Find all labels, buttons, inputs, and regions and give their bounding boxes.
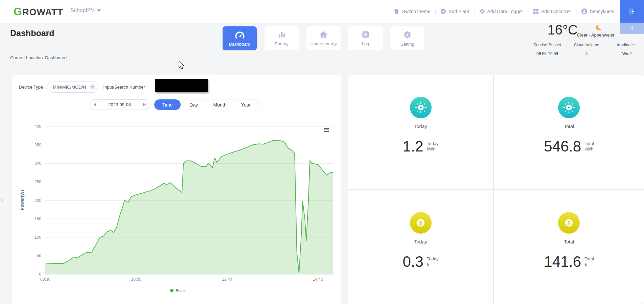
logout-icon (628, 8, 636, 15)
svg-text:250: 250 (34, 180, 41, 184)
weather-stat-sunrise: Sunrise-Sunset 06:55-19:59 (528, 43, 567, 56)
separator: | (527, 9, 529, 14)
add-data-logger-button[interactable]: Add Data Logger (479, 8, 523, 14)
weather-stat-value: 06:55-19:59 (528, 51, 567, 56)
range-tab-group: Time Day Month Year (154, 99, 259, 110)
card-value: 0.3 Today€ (403, 253, 439, 270)
range-tab-month[interactable]: Month (207, 99, 233, 110)
weather-condition: Clear · Appenweier (577, 32, 622, 38)
weather-stats: Sunrise-Sunset 06:55-19:59 Cloud Volume … (528, 43, 644, 56)
home-icon (319, 30, 328, 39)
svg-text:200: 200 (34, 198, 41, 203)
card-label: Today (414, 124, 427, 129)
nav-tab-log[interactable]: Log (348, 26, 383, 50)
separator: | (435, 9, 436, 14)
device-type-value: MIN/MIC/MOD/N (53, 85, 86, 90)
chevrons-down-icon (629, 26, 635, 31)
date-controls: 2023-09-08 Time Day Month Year (89, 99, 259, 110)
card-number: 141.6 (544, 253, 581, 270)
svg-text:350: 350 (34, 143, 41, 147)
chevron-down-icon (89, 84, 95, 90)
weather-stat-cloud: Cloud Volume 4 (567, 43, 606, 56)
main-nav: Dashboard Energy Home energy Log Setting (223, 26, 424, 50)
plant-selector[interactable]: SchopfPV (70, 7, 101, 14)
sidebar-collapse-handle[interactable]: › (1, 196, 3, 205)
device-filter-row: Device Type MIN/MIC/MOD/N Input/Search N… (19, 81, 145, 93)
nav-tab-energy[interactable]: Energy (264, 26, 299, 50)
gear-icon (403, 30, 412, 39)
today-energy-card: Today 1.2 TodaykWh (348, 75, 493, 189)
weather-stat-irradiance: Irradiance --W/m² (606, 43, 644, 56)
weather-stat-value: 4 (567, 51, 606, 56)
weather-stat-label: Irradiance (606, 43, 644, 47)
card-label: Today (414, 239, 427, 244)
logo-letter-g: G (14, 5, 22, 18)
switch-theme-button[interactable]: Switch theme (393, 8, 430, 15)
search-number-input-redacted[interactable] (155, 79, 208, 92)
revenue-icon: $ (410, 212, 432, 234)
add-optimizer-label: Add Optimizer (541, 9, 571, 14)
revenue-icon: $ (558, 212, 580, 234)
svg-text:0: 0 (39, 272, 41, 277)
card-unit: Today€ (427, 256, 439, 267)
date-value[interactable]: 2023-09-08 (108, 102, 131, 107)
user-menu[interactable]: bennykuehl (581, 8, 614, 15)
card-label: Total (564, 239, 574, 244)
date-picker: 2023-09-08 (89, 99, 151, 110)
nav-tab-label: Setting (400, 42, 414, 47)
add-optimizer-button[interactable]: Add Optimizer (533, 8, 571, 14)
total-revenue-card: $ Total 141.6 Total€ (494, 190, 644, 304)
svg-text:12:40: 12:40 (222, 277, 232, 282)
card-unit: TotalkWh (584, 141, 594, 152)
svg-text:300: 300 (34, 161, 41, 166)
shirt-icon (393, 8, 399, 15)
mouse-cursor (178, 61, 184, 70)
solar-energy-icon (410, 97, 432, 118)
weather-stat-value: --W/m² (606, 51, 644, 56)
svg-text:$: $ (419, 220, 422, 227)
energy-stats-panel: Today 1.2 TodaykWh Total 546.8 TotalkWh … (348, 75, 644, 304)
weather-collapse-button[interactable] (620, 23, 644, 34)
card-label: Total (564, 124, 574, 129)
nav-tab-label: Log (362, 41, 369, 46)
solar-energy-icon (558, 97, 580, 118)
add-plant-label: Add Plant (448, 9, 469, 14)
card-unit: TodaykWh (427, 141, 439, 152)
device-type-dropdown[interactable]: MIN/MIC/MOD/N (47, 81, 98, 93)
svg-text:150: 150 (34, 216, 41, 221)
growatt-logo: GROWATT (14, 5, 63, 18)
nav-tab-label: Home energy (310, 41, 337, 46)
prev-date-button[interactable] (92, 103, 96, 107)
switch-theme-label: Switch theme (402, 9, 430, 14)
device-type-label: Device Type (19, 85, 43, 90)
weather-stat-label: Sunrise-Sunset (528, 43, 567, 47)
page-title: Dashboard (10, 28, 54, 38)
bar-chart-icon (277, 30, 286, 39)
app-header: GROWATT SchopfPV Switch theme | Add Plan… (0, 0, 644, 23)
nav-tab-dashboard[interactable]: Dashboard (223, 26, 257, 50)
svg-text:$: $ (567, 220, 571, 227)
card-value: 141.6 Total€ (544, 253, 594, 270)
log-list-icon (361, 30, 370, 39)
today-revenue-card: $ Today 0.3 Today€ (348, 190, 493, 304)
separator: | (576, 9, 577, 14)
svg-text:400: 400 (34, 124, 41, 129)
card-value: 1.2 TodaykWh (403, 138, 439, 155)
svg-text:14:45: 14:45 (313, 277, 323, 282)
range-tab-time[interactable]: Time (154, 99, 181, 110)
nav-tab-label: Dashboard (229, 42, 251, 47)
add-plant-button[interactable]: Add Plant (440, 8, 469, 14)
total-energy-card: Total 546.8 TotalkWh (494, 75, 644, 189)
nav-tab-setting[interactable]: Setting (390, 26, 424, 50)
next-date-button[interactable] (143, 103, 147, 107)
nav-tab-home-energy[interactable]: Home energy (306, 26, 341, 50)
data-logger-icon (479, 8, 485, 14)
range-tab-year[interactable]: Year (233, 99, 259, 110)
svg-text:Solar: Solar (176, 288, 185, 293)
weather-temperature: 16°C (544, 22, 578, 38)
power-area-chart: 05010015020025030035040008:3010:3512:401… (12, 119, 341, 303)
svg-text:08:30: 08:30 (40, 277, 50, 282)
logout-button[interactable] (620, 0, 644, 23)
card-number: 0.3 (403, 253, 423, 270)
range-tab-day[interactable]: Day (181, 99, 207, 110)
